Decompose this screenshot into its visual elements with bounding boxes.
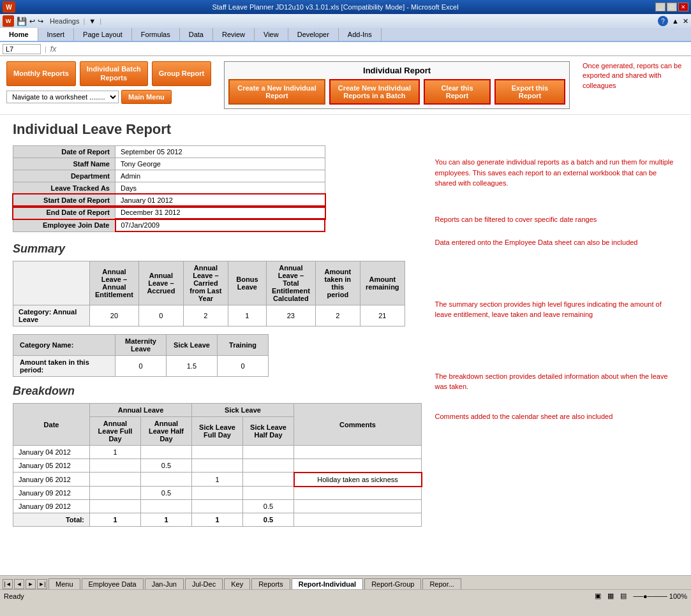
table-row-join-date: Employee Join Date 07/Jan/2009: [13, 219, 325, 231]
tab-nav-prev[interactable]: ◄: [14, 579, 24, 589]
dropdown-arrow[interactable]: ▼: [89, 17, 96, 25]
table-row: Leave Tracked As Days: [13, 182, 325, 194]
minimize-btn[interactable]: _: [655, 3, 665, 11]
tab-key[interactable]: Key: [224, 578, 250, 589]
tab-report-group[interactable]: Report-Group: [364, 578, 421, 589]
export-report-button[interactable]: Export this Report: [494, 79, 565, 105]
value-leave-tracked: Days: [115, 182, 325, 194]
breakdown-group-header-row: Date Annual Leave Sick Leave Comments: [13, 404, 422, 417]
al-full-cell: 1: [90, 446, 141, 459]
save-icon[interactable]: 💾: [17, 17, 27, 26]
sl-half-cell: [243, 473, 294, 487]
th-sick-leave-group: Sick Leave: [192, 404, 294, 417]
zoom-slider[interactable]: ──●──── 100%: [633, 592, 687, 600]
redo-icon[interactable]: ↪: [38, 17, 43, 26]
navigate-row: Navigate to a worksheet ........ Main Me…: [6, 90, 211, 104]
tab-jul-dec[interactable]: Jul-Dec: [185, 578, 223, 589]
breakdown-title: Breakdown: [13, 385, 422, 398]
batch-note: You can also generate individual reports…: [435, 157, 679, 189]
navigate-dropdown[interactable]: Navigate to a worksheet ........: [6, 91, 119, 103]
tab-jan-jun[interactable]: Jan-Jun: [145, 578, 184, 589]
status-view-preview[interactable]: ▤: [620, 592, 627, 600]
ribbon-collapse[interactable]: ▲: [672, 17, 679, 25]
comment-cell: [294, 459, 422, 473]
group-report-button[interactable]: Group Report: [152, 61, 212, 86]
main-menu-button[interactable]: Main Menu: [121, 90, 172, 104]
amount-taken-label: Amount taken in this period:: [13, 356, 115, 377]
summary-header-row: Annual Leave – Annual Entitlement Annual…: [13, 261, 405, 305]
tab-insert[interactable]: Insert: [38, 28, 75, 41]
th-al-carried: Annual Leave – Carried from Last Year: [183, 261, 228, 305]
tab-menu[interactable]: Menu: [48, 578, 80, 589]
summary-title: Summary: [13, 242, 422, 256]
label-end-date: End Date of Report: [13, 207, 115, 219]
date-cell: January 09 2012: [13, 487, 90, 500]
al-full-cell: [90, 459, 141, 473]
undo-icon[interactable]: ↩: [29, 17, 35, 26]
ir-panel-title: Individual Report: [228, 66, 565, 75]
tab-data[interactable]: Data: [180, 28, 213, 41]
window-controls[interactable]: _ □ ✕: [655, 3, 688, 11]
left-buttons: Monthly Reports Individual BatchReports …: [6, 61, 211, 104]
breakdown-row: January 09 2012 0.5: [13, 500, 422, 513]
tab-view[interactable]: View: [255, 28, 288, 41]
tab-repor[interactable]: Repor...: [422, 578, 461, 589]
al-full-cell: [90, 473, 141, 487]
total-al-full: 1: [90, 513, 141, 527]
tab-bar: |◄ ◄ ► ►| Menu Employee Data Jan-Jun Jul…: [0, 575, 691, 589]
individual-batch-button[interactable]: Individual BatchReports: [80, 61, 148, 86]
create-batch-button[interactable]: Create New IndividualReports in a Batch: [329, 79, 420, 105]
total-al-half: 1: [141, 513, 192, 527]
breakdown-totals-row: Total: 1 1 1 0.5: [13, 513, 422, 527]
al-taken-val: 2: [315, 305, 360, 326]
tab-review[interactable]: Review: [213, 28, 255, 41]
monthly-reports-button[interactable]: Monthly Reports: [6, 61, 76, 86]
tab-employee-data[interactable]: Employee Data: [82, 578, 144, 589]
sl-half-cell: [243, 487, 294, 500]
total-sl-half: 0.5: [243, 513, 294, 527]
sl-full-cell: [192, 446, 243, 459]
annual-leave-label: Category: Annual Leave: [13, 305, 90, 326]
total-sl-full: 1: [192, 513, 243, 527]
clear-report-button[interactable]: Clear this Report: [424, 79, 491, 105]
join-note: Data entered onto the Employee Data shee…: [435, 237, 679, 248]
tab-page-layout[interactable]: Page Layout: [74, 28, 132, 41]
date-range-note-text: Reports can be filtered to cover specifi…: [435, 216, 597, 223]
restore-btn[interactable]: □: [667, 3, 677, 11]
al-total-val: 23: [266, 305, 315, 326]
name-box[interactable]: [3, 44, 41, 54]
tab-nav-last[interactable]: ►|: [37, 579, 47, 589]
th-date-empty: Date: [13, 404, 90, 446]
date-cell: January 05 2012: [13, 459, 90, 473]
tab-nav-next[interactable]: ►: [26, 579, 36, 589]
th-training: Training: [218, 335, 269, 356]
table-row: Date of Report September 05 2012: [13, 146, 325, 158]
close-workbook[interactable]: ✕: [683, 17, 688, 26]
th-comments-empty: Comments: [294, 404, 422, 446]
breakdown-row: January 04 2012 1: [13, 446, 422, 459]
status-view-layout[interactable]: ▦: [607, 592, 614, 600]
report-main-title: Individual Leave Report: [13, 121, 422, 138]
th-al-entitlement: Annual Leave – Annual Entitlement: [90, 261, 139, 305]
breakdown-note2-text: Comments added to the calendar sheet are…: [435, 413, 613, 420]
tab-developer[interactable]: Developer: [288, 28, 339, 41]
create-new-individual-button[interactable]: Create a New IndividualReport: [228, 79, 325, 105]
total-comment: [294, 513, 422, 527]
summary-note: The summary section provides high level …: [435, 299, 679, 320]
tab-report-individual[interactable]: Report-Individual: [292, 578, 363, 589]
sheet-content: Individual Leave Report Date of Report S…: [0, 115, 691, 575]
th-al-half: Annual Leave Half Day: [141, 417, 192, 446]
tab-reports[interactable]: Reports: [251, 578, 290, 589]
status-ready: Ready: [4, 592, 24, 600]
status-view-normal[interactable]: ▣: [595, 592, 601, 600]
close-btn[interactable]: ✕: [678, 3, 688, 11]
office-btn[interactable]: W: [3, 15, 14, 27]
help-btn[interactable]: ?: [658, 16, 668, 26]
tab-nav-first[interactable]: |◄: [3, 579, 13, 589]
al-entitlement-val: 20: [90, 305, 139, 326]
table-row-start-date: Start Date of Report January 01 2012: [13, 194, 325, 207]
tab-formulas[interactable]: Formulas: [132, 28, 180, 41]
tab-home[interactable]: Home: [0, 28, 38, 41]
quick-access-toolbar: W 💾 ↩ ↪ Headings | ▼ | ? ▲ ✕: [0, 14, 691, 28]
tab-add-ins[interactable]: Add-Ins: [339, 28, 382, 41]
